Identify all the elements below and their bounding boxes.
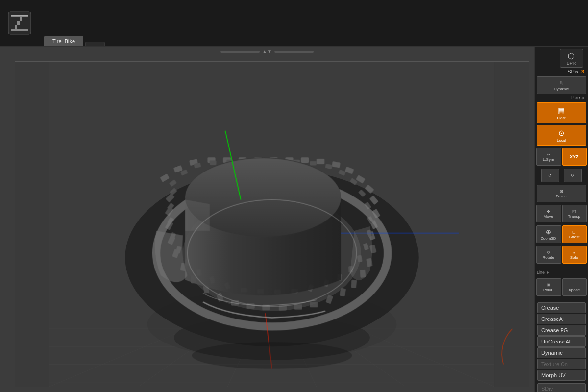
frame-label: Frame bbox=[556, 194, 567, 198]
dynamic-persp-row: ≋ Dynamic bbox=[535, 75, 588, 95]
crease-pg-button[interactable]: Crease PG bbox=[537, 325, 586, 336]
line-fill-section: Line Fill bbox=[535, 269, 588, 277]
local-label: Local bbox=[557, 138, 566, 143]
main-content: ▲▼ bbox=[0, 47, 588, 392]
local-row: ⊙ Local bbox=[535, 124, 588, 147]
rotate-cw-button[interactable]: ↻ bbox=[564, 169, 582, 182]
polyf-button[interactable]: ⊞ PolyF bbox=[536, 278, 561, 296]
local-button[interactable]: ⊙ Local bbox=[537, 125, 586, 146]
floor-icon: ▦ bbox=[558, 106, 565, 115]
canvas-3d[interactable] bbox=[15, 61, 529, 387]
move-label: Move bbox=[543, 214, 553, 219]
solo-label: Solo bbox=[570, 255, 578, 260]
uncrease-all-button[interactable]: UnCreaseAll bbox=[537, 336, 586, 347]
svg-rect-2 bbox=[20, 17, 22, 21]
tab-secondary[interactable] bbox=[85, 42, 105, 46]
persp-label: Persp bbox=[535, 95, 588, 100]
zoom-ghost-row: ⊕ Zoom3D ◻ Ghost bbox=[535, 224, 588, 245]
viewport-slider-left[interactable] bbox=[220, 51, 260, 53]
bpr-section: ⬡ BPR bbox=[535, 47, 588, 68]
sdiv-button[interactable]: SDiv bbox=[537, 383, 586, 392]
svg-rect-71 bbox=[310, 161, 317, 166]
local-icon: ⊙ bbox=[558, 128, 564, 138]
rotate-cw-icon: ↻ bbox=[571, 173, 574, 178]
line-text: Line bbox=[537, 270, 545, 275]
dynamic-list-button[interactable]: Dynamic bbox=[537, 347, 586, 358]
zoom3d-button[interactable]: ⊕ Zoom3D bbox=[536, 225, 561, 243]
svg-rect-47 bbox=[310, 302, 318, 307]
move-transp-row: ✥ Move ◱ Transp bbox=[535, 203, 588, 224]
transp-button[interactable]: ◱ Transp bbox=[562, 205, 587, 222]
bpr-button[interactable]: ⬡ BPR bbox=[560, 49, 583, 68]
move-icon: ✥ bbox=[547, 209, 550, 214]
svg-rect-3 bbox=[17, 21, 20, 25]
frame-button[interactable]: ⊡ Frame bbox=[537, 185, 586, 202]
polyf-icon: ⊞ bbox=[547, 283, 550, 287]
svg-rect-31 bbox=[301, 157, 309, 163]
crease-all-button[interactable]: CreaseAll bbox=[537, 314, 586, 324]
floor-label: Floor bbox=[557, 116, 565, 120]
ghost-label: Ghost bbox=[569, 235, 579, 239]
svg-point-106 bbox=[192, 342, 352, 368]
svg-rect-44 bbox=[351, 280, 357, 288]
ghost-button[interactable]: ◻ Ghost bbox=[562, 225, 587, 243]
dynamic-label: Dynamic bbox=[554, 87, 569, 91]
rotate-label: Rotate bbox=[542, 255, 554, 260]
solo-button[interactable]: ● Solo bbox=[562, 246, 587, 264]
logo-icon bbox=[7, 11, 32, 35]
viewport-arrows[interactable]: ▲▼ bbox=[262, 49, 272, 54]
ghost-icon: ◻ bbox=[572, 230, 576, 234]
rotate-ccw-button[interactable]: ↺ bbox=[541, 169, 559, 182]
morph-uv-button[interactable]: Morph UV bbox=[537, 370, 586, 381]
logo bbox=[5, 8, 34, 38]
bpr-label: BPR bbox=[567, 61, 576, 66]
zoom3d-label: Zoom3D bbox=[541, 236, 556, 241]
polyf-label: PolyF bbox=[543, 288, 553, 292]
xyz-button[interactable]: XYZ bbox=[562, 148, 587, 166]
button-list: Crease CreaseAll Crease PG UnCreaseAll D… bbox=[535, 301, 588, 392]
frame-row: ⊡ Frame bbox=[535, 184, 588, 203]
right-panel: ⬡ BPR SPix 3 ≋ Dynamic Persp ▦ Floor bbox=[534, 47, 588, 392]
sym-xyz-row: ⇔ L.Sym XYZ bbox=[535, 147, 588, 167]
top-bar: Tire_Bike bbox=[0, 0, 588, 47]
spix-row: SPix 3 bbox=[535, 68, 588, 75]
lsym-button[interactable]: ⇔ L.Sym bbox=[536, 148, 561, 166]
bpr-icon: ⬡ bbox=[568, 51, 575, 61]
crease-button[interactable]: Crease bbox=[537, 302, 586, 313]
rotate-arrows-row: ↺ ↻ bbox=[535, 167, 588, 184]
svg-rect-5 bbox=[11, 29, 28, 31]
xpose-button[interactable]: ⊹ Xpose bbox=[562, 278, 587, 296]
floor-button[interactable]: ▦ Floor bbox=[537, 102, 586, 123]
floor-row: ▦ Floor bbox=[535, 101, 588, 124]
polyf-xpose-row: ⊞ PolyF ⊹ Xpose bbox=[535, 277, 588, 297]
rotate-button[interactable]: ↺ Rotate bbox=[536, 246, 561, 264]
spix-text: SPix 3 bbox=[567, 69, 584, 74]
viewport-controls: ▲▼ bbox=[220, 49, 314, 54]
rotate-solo-row: ↺ Rotate ● Solo bbox=[535, 245, 588, 265]
fill-text: Fill bbox=[547, 270, 553, 275]
tab-tire-bike[interactable]: Tire_Bike bbox=[44, 36, 83, 46]
zoom3d-icon: ⊕ bbox=[546, 228, 551, 236]
move-button[interactable]: ✥ Move bbox=[536, 205, 561, 222]
svg-rect-4 bbox=[15, 25, 17, 29]
svg-rect-65 bbox=[210, 161, 217, 165]
dynamic-overlay-label: Dynamic bbox=[535, 249, 588, 254]
lsym-label: L.Sym bbox=[543, 157, 554, 162]
xpose-icon: ⊹ bbox=[572, 283, 576, 287]
viewport[interactable]: ▲▼ bbox=[0, 47, 534, 392]
viewport-slider-right[interactable] bbox=[274, 51, 314, 53]
xyz-icon: XYZ bbox=[570, 154, 579, 159]
rotate-ccw-icon: ↺ bbox=[548, 173, 552, 178]
viewport-svg bbox=[15, 62, 529, 387]
transp-label: Transp bbox=[568, 214, 580, 219]
transp-icon: ◱ bbox=[572, 209, 576, 214]
tab-bar: Tire_Bike bbox=[44, 0, 105, 46]
svg-rect-32 bbox=[317, 159, 324, 164]
xpose-label: Xpose bbox=[568, 288, 580, 292]
svg-rect-48 bbox=[294, 304, 302, 310]
svg-rect-6 bbox=[11, 15, 28, 16]
lsym-icon: ⇔ bbox=[547, 152, 550, 157]
texture-on-button[interactable]: Texture On bbox=[537, 359, 586, 369]
frame-icon: ⊡ bbox=[560, 189, 563, 194]
dynamic-button[interactable]: ≋ Dynamic bbox=[537, 76, 586, 94]
